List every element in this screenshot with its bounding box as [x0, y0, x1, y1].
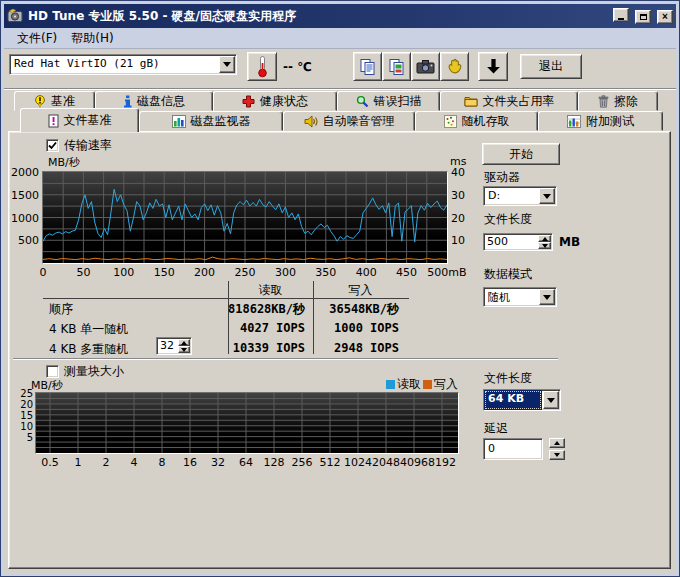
transfer-rate-checkbox[interactable]: 传输速率: [46, 137, 112, 154]
drive-label: 驱动器: [484, 169, 520, 186]
delay-down-button[interactable]: [549, 450, 565, 460]
queue-depth-up-button[interactable]: [178, 339, 190, 346]
queue-depth-spinner[interactable]: 32: [156, 337, 192, 355]
x-tick-label: 500mB: [427, 266, 466, 279]
menu-file[interactable]: 文件(F): [10, 28, 64, 49]
chevron-down-icon: [543, 295, 551, 300]
data-mode-select[interactable]: 随机: [483, 287, 557, 307]
tab-file-benchmark[interactable]: 文件基准: [20, 108, 139, 132]
delay-field[interactable]: 0: [483, 438, 543, 460]
file-length-value: 500: [484, 234, 537, 250]
tab-label: 文件夹占用率: [483, 93, 555, 110]
checkbox-unchecked-icon: [46, 365, 59, 378]
x-tick-label: 16: [183, 456, 197, 469]
row-sequential-label: 顺序: [49, 301, 73, 318]
close-button[interactable]: ×: [657, 10, 673, 24]
y-tick-label: 5: [27, 431, 33, 442]
file-length-label: 文件长度: [484, 211, 532, 228]
delay-up-button[interactable]: [549, 438, 565, 448]
minimize-icon: [618, 18, 624, 20]
health-icon: [242, 95, 255, 108]
tab-disk-monitor[interactable]: 磁盘监视器: [139, 111, 283, 131]
x-tick-label: 300: [275, 266, 296, 279]
temperature-button[interactable]: [247, 52, 277, 81]
x-tick-label: 400: [356, 266, 377, 279]
toolbar-separator: [4, 88, 676, 90]
block-file-length-label: 文件长度: [484, 370, 532, 387]
start-button[interactable]: 开始: [482, 143, 560, 165]
tab-label: 附加测试: [586, 113, 634, 130]
y-tick-label: 500: [18, 234, 39, 247]
tab-label: 磁盘信息: [137, 93, 185, 110]
section-separator: [13, 358, 558, 360]
x-tick-label: 0: [40, 266, 47, 279]
sequential-read-value: 818628KB/秒: [228, 301, 305, 318]
x-tick-label: 200: [194, 266, 215, 279]
file-length-down-button[interactable]: [538, 242, 551, 249]
file-length-up-button[interactable]: [538, 235, 551, 242]
x-tick-label: 512: [320, 456, 341, 469]
y-tick-label: 1000: [11, 211, 39, 224]
drive-select-value: Red Hat VirtIO (21 gB): [10, 55, 218, 74]
camera-icon: [416, 59, 435, 74]
y-tick-label: 30: [451, 188, 465, 201]
thermometer-icon: [257, 55, 268, 78]
app-window: HD Tune 专业版 5.50 - 硬盘/固态硬盘实用程序 × 文件(F) 帮…: [0, 0, 680, 577]
close-icon: ×: [662, 12, 668, 22]
main-chart-y-right-ticks: 40302010: [451, 172, 475, 263]
legend-write-swatch: [423, 380, 432, 389]
tab-erase[interactable]: 擦除: [578, 91, 658, 111]
copy-image-button[interactable]: [382, 52, 411, 81]
x-tick-label: 0.5: [41, 456, 59, 469]
drive-select[interactable]: Red Hat VirtIO (21 gB): [9, 54, 237, 75]
tab-label: 随机存取: [462, 113, 510, 130]
main-chart-canvas: [43, 172, 447, 263]
tab-random-access[interactable]: 随机存取: [415, 111, 538, 131]
target-drive-button[interactable]: [539, 188, 555, 204]
tab-aam[interactable]: 自动噪音管理: [283, 111, 415, 131]
main-chart-x-ticks: 050100150200250300350400450500mB: [43, 266, 447, 280]
block-chart-y-unit: MB/秒: [31, 378, 63, 393]
copy-text-button[interactable]: [353, 52, 382, 81]
exit-button[interactable]: 退出: [520, 54, 582, 79]
extra-tests-icon: [567, 115, 581, 128]
x-tick-label: 1: [75, 456, 82, 469]
tab-extra-tests[interactable]: 附加测试: [538, 111, 663, 131]
drive-select-button[interactable]: [219, 56, 235, 73]
y-tick-label: 2000: [11, 166, 39, 179]
tab-folder-usage[interactable]: 文件夹占用率: [440, 91, 578, 111]
file-benchmark-icon: [48, 114, 59, 128]
temperature-unit: ℃: [297, 60, 312, 74]
block-file-length-button[interactable]: [543, 391, 559, 409]
y-tick-label: 20: [20, 398, 33, 409]
y-tick-label: 10: [451, 234, 465, 247]
main-chart-y-left-ticks: 200015001000500: [9, 172, 39, 263]
folder-usage-icon: [464, 95, 478, 107]
chevron-down-icon: [223, 62, 231, 67]
file-length-spinner[interactable]: 500: [483, 233, 553, 251]
block-file-length-select[interactable]: 64 KB: [483, 389, 561, 411]
x-tick-label: 350: [315, 266, 336, 279]
menu-bar: 文件(F) 帮助(H): [4, 28, 676, 48]
error-scan-icon: [356, 95, 369, 108]
x-tick-label: 4096: [400, 456, 428, 469]
maximize-icon: [640, 14, 647, 20]
data-mode-button[interactable]: [539, 289, 555, 305]
maximize-button[interactable]: [635, 10, 651, 24]
tab-error-scan[interactable]: 错误扫描: [337, 91, 440, 111]
queue-depth-down-button[interactable]: [178, 346, 190, 353]
tab-health[interactable]: 健康状态: [213, 91, 337, 111]
menu-help[interactable]: 帮助(H): [64, 28, 120, 49]
target-drive-select[interactable]: D:: [483, 186, 557, 206]
screenshot-button[interactable]: [411, 52, 440, 81]
minimize-button[interactable]: [613, 8, 629, 22]
tab-label: 自动噪音管理: [323, 113, 395, 130]
x-tick-label: 2: [103, 456, 110, 469]
target-drive-value: D:: [484, 187, 538, 205]
down-arrow-icon: [554, 453, 560, 457]
transfer-rate-label: 传输速率: [64, 137, 112, 154]
file-length-unit: MB: [559, 235, 580, 249]
save-results-button[interactable]: [478, 52, 508, 81]
donate-button[interactable]: [440, 52, 469, 81]
data-mode-label: 数据模式: [484, 266, 532, 283]
